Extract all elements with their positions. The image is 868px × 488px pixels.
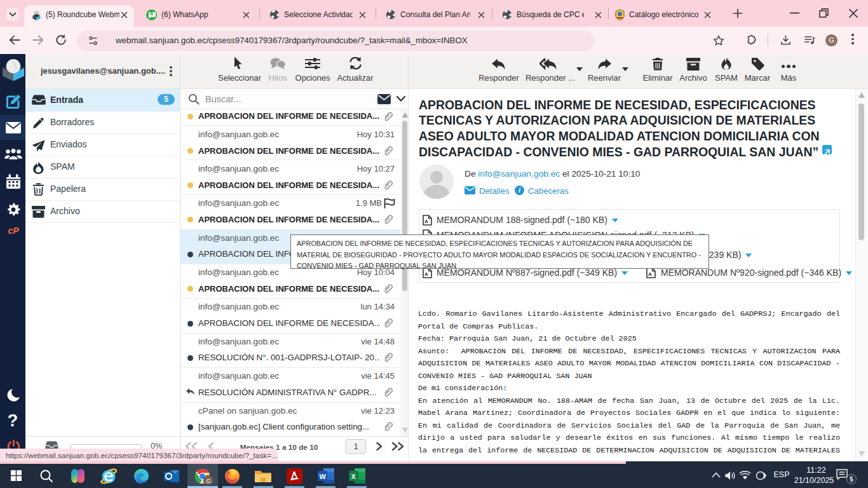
svg-text:A: A bbox=[424, 271, 428, 277]
svg-text:A: A bbox=[424, 219, 428, 224]
svg-text:A: A bbox=[648, 271, 652, 277]
svg-text:W: W bbox=[320, 473, 327, 480]
svg-text:X: X bbox=[351, 473, 356, 480]
